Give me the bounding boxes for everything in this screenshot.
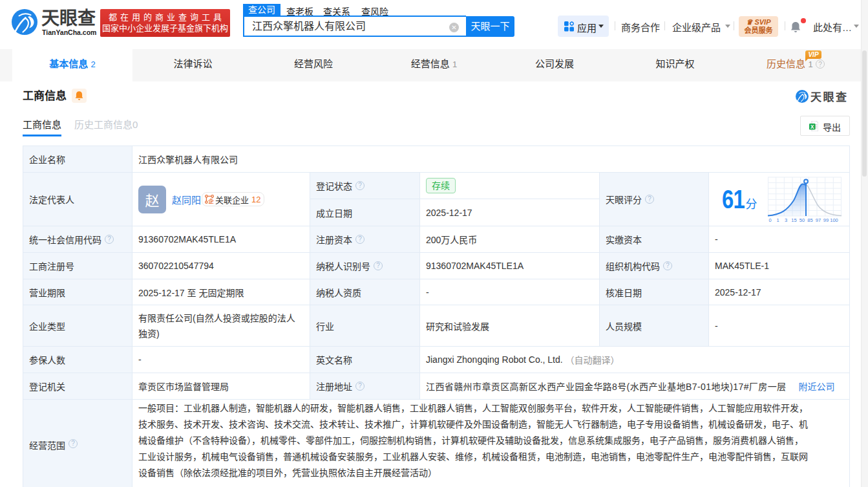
svg-text:X: X <box>810 124 814 130</box>
svg-text:99: 99 <box>823 217 828 223</box>
svg-text:15: 15 <box>791 217 796 223</box>
svg-text:85: 85 <box>807 217 812 223</box>
svg-text:97: 97 <box>815 217 820 223</box>
svg-text:100: 100 <box>830 217 838 223</box>
svg-text:0: 0 <box>768 217 771 223</box>
svg-text:50: 50 <box>799 217 804 223</box>
svg-text:企: 企 <box>207 198 214 204</box>
svg-text:3: 3 <box>784 217 787 223</box>
svg-text:1: 1 <box>776 217 779 223</box>
